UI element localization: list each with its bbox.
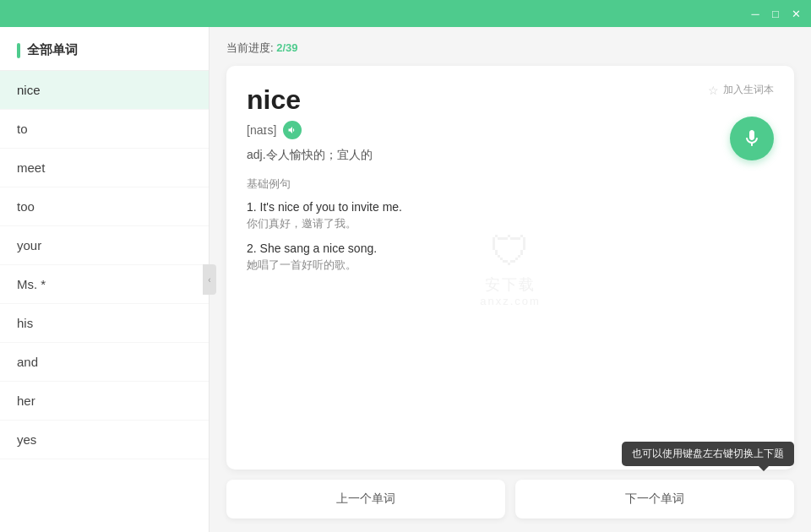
progress-value: 2/39 [276,41,297,54]
bookmark-icon: ☆ [708,84,719,97]
minimize-button[interactable]: ─ [747,5,764,22]
maximize-button[interactable]: □ [767,5,784,22]
watermark-text: 安下载 [485,274,536,295]
sidebar-item-her[interactable]: her [0,382,209,421]
sidebar-item-nice[interactable]: nice [0,71,209,110]
sound-icon [287,125,297,135]
watermark-url: anxz.com [480,295,541,307]
phonetic-sound-button[interactable] [283,121,302,139]
example-zh-2: 她唱了一首好听的歌。 [247,258,774,273]
sidebar-header: 全部单词 [0,27,209,71]
content-area: 当前进度: 2/39 ☆ 加入生词本 🛡 安下载 anxz.com [210,27,811,532]
main-container: 全部单词 nicetomeettooyourMs. *hisandheryes … [0,27,811,532]
example-zh-1: 你们真好，邀请了我。 [247,216,774,231]
progress-label: 当前进度: [226,41,274,54]
sidebar-item-yes[interactable]: yes [0,421,209,459]
sidebar-indicator [17,43,20,58]
example-item-2: 2. She sang a nice song. 她唱了一首好听的歌。 [247,242,774,273]
titlebar: ─ □ ✕ [0,0,811,27]
word-phonetic: [naɪs] [247,121,774,139]
example-en-2: 2. She sang a nice song. [247,242,774,255]
sidebar-item-his[interactable]: his [0,304,209,343]
sidebar-item-ms[interactable]: Ms. * [0,265,209,304]
sidebar-item-your[interactable]: your [0,226,209,265]
bookmark-label: 加入生词本 [723,83,774,97]
sidebar-item-to[interactable]: to [0,110,209,149]
word-card: ☆ 加入生词本 🛡 安下载 anxz.com nice [naɪs] [226,66,794,470]
sidebar-item-too[interactable]: too [0,187,209,226]
sidebar: 全部单词 nicetomeettooyourMs. *hisandheryes [0,27,210,532]
sidebar-item-and[interactable]: and [0,343,209,382]
prev-button[interactable]: 上一个单词 [226,480,505,518]
example-en-1: 1. It's nice of you to invite me. [247,200,774,214]
sidebar-title: 全部单词 [27,42,78,58]
collapse-handle[interactable]: ‹ [203,264,216,295]
nav-buttons: 上一个单词 下一个单词 也可以使用键盘左右键切换上下题 [226,480,794,518]
sidebar-item-meet[interactable]: meet [0,149,209,187]
word-definition: adj.令人愉快的；宜人的 [247,148,774,163]
sidebar-list: nicetomeettooyourMs. *hisandheryes [0,71,209,532]
examples-container: 1. It's nice of you to invite me. 你们真好，邀… [247,200,774,273]
phonetic-text: [naɪs] [247,123,276,137]
word-title: nice [247,84,774,116]
mic-button[interactable] [730,117,774,160]
mic-icon [742,128,762,149]
bookmark-button[interactable]: ☆ 加入生词本 [701,79,781,100]
next-button[interactable]: 下一个单词 [515,480,794,518]
example-item-1: 1. It's nice of you to invite me. 你们真好，邀… [247,200,774,231]
progress-bar: 当前进度: 2/39 [226,41,794,56]
close-button[interactable]: ✕ [787,5,804,22]
examples-label: 基础例句 [247,176,774,192]
